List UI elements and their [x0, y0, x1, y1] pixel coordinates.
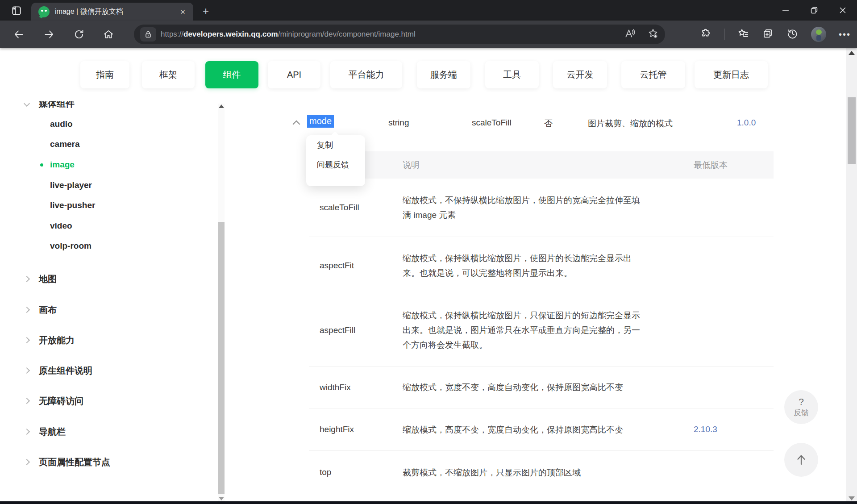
sidebar-item-audio[interactable]: audio: [50, 114, 73, 134]
table-row: top 裁剪模式，不缩放图片，只显示图片的顶部区域: [309, 451, 774, 494]
browser-toolbar: https://developers.weixin.qq.com/minipro…: [0, 21, 857, 48]
sidebar-item-image[interactable]: image: [40, 155, 75, 175]
header-min-version: 最低版本: [694, 159, 728, 171]
nav-tab-guide[interactable]: 指南: [80, 61, 129, 88]
url-path: /miniprogram/dev/component/image.html: [278, 30, 416, 38]
scroll-down-icon[interactable]: [849, 496, 855, 500]
chevron-right-icon: [24, 459, 30, 465]
back-to-top-button[interactable]: [784, 443, 818, 477]
context-menu-feedback[interactable]: 问题反馈: [306, 155, 365, 175]
question-mark-icon: ?: [799, 396, 804, 407]
sidebar-item-live-player[interactable]: live-player: [50, 175, 92, 195]
row-version-link[interactable]: 2.10.3: [694, 425, 717, 434]
row-value: aspectFill: [320, 325, 355, 335]
scroll-up-icon[interactable]: [849, 51, 855, 55]
arrow-up-icon: [795, 453, 808, 467]
address-bar[interactable]: https://developers.weixin.qq.com/minipro…: [134, 25, 665, 44]
row-value: scaleToFill: [320, 203, 359, 212]
collapse-chevron-up-icon[interactable]: [293, 121, 300, 128]
chevron-right-icon: [24, 367, 30, 374]
sidebar-section-label: 媒体组件: [39, 101, 75, 110]
collections-icon[interactable]: [762, 28, 774, 42]
settings-more-icon[interactable]: •••: [839, 29, 851, 40]
scroll-down-icon[interactable]: [219, 497, 224, 500]
sidebar-item-live-pusher[interactable]: live-pusher: [50, 196, 95, 215]
sidebar-section-page-meta[interactable]: 页面属性配置节点: [25, 452, 110, 472]
property-name-selected[interactable]: mode: [307, 115, 334, 128]
row-value: widthFix: [320, 383, 351, 392]
add-favorite-icon[interactable]: [647, 28, 659, 41]
chevron-right-icon: [24, 307, 30, 313]
wechat-favicon-icon: [38, 6, 50, 17]
feedback-button[interactable]: ? 反馈: [784, 390, 818, 424]
nav-tab-server[interactable]: 服务端: [417, 61, 470, 88]
scroll-up-icon[interactable]: [219, 104, 224, 108]
row-desc: 缩放模式，不保持纵横比缩放图片，使图片的宽高完全拉伸至填满 image 元素: [403, 193, 647, 222]
page-scrollbar[interactable]: [846, 48, 857, 504]
new-tab-icon[interactable]: +: [198, 4, 214, 18]
nav-tab-framework[interactable]: 框架: [142, 61, 195, 88]
row-desc: 裁剪模式，不缩放图片，只显示图片的顶部区域: [403, 465, 647, 480]
chevron-right-icon: [24, 398, 30, 404]
tab-close-icon[interactable]: ×: [178, 7, 188, 17]
window-controls: [771, 0, 857, 21]
favorites-bar-icon[interactable]: [737, 28, 749, 42]
sidebar-section-map[interactable]: 地图: [25, 269, 57, 289]
chevron-right-icon: [24, 337, 30, 343]
restore-icon[interactable]: [800, 0, 828, 21]
sidebar-section-navbar[interactable]: 导航栏: [25, 422, 66, 442]
property-desc: 图片裁剪、缩放的模式: [588, 118, 673, 129]
nav-tab-api[interactable]: API: [268, 61, 320, 88]
table-row: aspectFit 缩放模式，保持纵横比缩放图片，使图片的长边能完全显示出来。也…: [309, 237, 774, 294]
home-icon[interactable]: [100, 25, 117, 43]
extensions-icon[interactable]: [700, 28, 712, 42]
back-icon[interactable]: [10, 25, 28, 43]
table-row: heightFix 缩放模式，高度不变，宽度自动变化，保持原图宽高比不变 2.1…: [309, 408, 774, 451]
minimize-icon[interactable]: [771, 0, 800, 21]
row-value: aspectFit: [320, 261, 354, 271]
tab-title: image | 微信开放文档: [55, 7, 174, 17]
nav-tab-changelog[interactable]: 更新日志: [695, 61, 768, 88]
sidebar-section-open-capability[interactable]: 开放能力: [25, 330, 75, 350]
browser-tab[interactable]: image | 微信开放文档 ×: [31, 3, 193, 21]
row-desc: 缩放模式，保持纵横比缩放图片，使图片的长边能完全显示出来。也就是说，可以完整地将…: [403, 251, 647, 280]
sidebar-scroll-thumb[interactable]: [218, 222, 225, 494]
property-required: 否: [544, 118, 553, 129]
nav-tab-tools[interactable]: 工具: [485, 61, 539, 88]
history-icon[interactable]: [786, 28, 799, 42]
forward-icon[interactable]: [40, 25, 58, 43]
refresh-icon[interactable]: [70, 25, 88, 43]
tab-actions-icon[interactable]: [8, 4, 25, 17]
read-aloud-icon[interactable]: [624, 28, 636, 41]
nav-tab-cloud-dev[interactable]: 云开发: [553, 61, 607, 88]
sidebar-item-voip-room[interactable]: voip-room: [50, 236, 92, 256]
nav-tab-cloud-host[interactable]: 云托管: [621, 61, 685, 88]
sidebar-section-native-component[interactable]: 原生组件说明: [25, 361, 92, 380]
table-row: aspectFill 缩放模式，保持纵横比缩放图片，只保证图片的短边能完全显示出…: [309, 294, 774, 367]
nav-tab-component[interactable]: 组件: [205, 61, 258, 88]
browser-window: image | 微信开放文档 × + https://devel: [0, 0, 857, 504]
sidebar-section-media[interactable]: 媒体组件: [25, 101, 75, 113]
lock-icon[interactable]: [140, 27, 156, 42]
property-version-link[interactable]: 1.0.0: [737, 118, 756, 128]
nav-tab-platform[interactable]: 平台能力: [330, 61, 402, 88]
row-desc: 缩放模式，宽度不变，高度自动变化，保持原图宽高比不变: [403, 380, 647, 395]
sidebar-section-accessibility[interactable]: 无障碍访问: [25, 391, 83, 411]
row-value: heightFix: [320, 425, 354, 434]
sidebar-item-video[interactable]: video: [50, 216, 72, 236]
sidebar-item-camera[interactable]: camera: [50, 134, 80, 154]
profile-avatar[interactable]: [811, 27, 826, 42]
url-domain: developers.weixin.qq.com: [183, 30, 278, 38]
context-menu: 复制 问题反馈: [306, 135, 365, 186]
sidebar-section-canvas[interactable]: 画布: [25, 300, 57, 320]
property-default: scaleToFill: [472, 118, 512, 128]
url-text: https://developers.weixin.qq.com/minipro…: [161, 30, 619, 39]
feedback-label: 反馈: [794, 408, 809, 418]
window-close-icon[interactable]: [828, 0, 857, 21]
row-value: top: [320, 467, 331, 477]
sidebar-scrollbar[interactable]: [218, 104, 225, 501]
page-scroll-thumb[interactable]: [848, 97, 856, 164]
screen-bottom-edge: [0, 501, 857, 504]
row-desc: 缩放模式，高度不变，宽度自动变化，保持原图宽高比不变: [403, 422, 647, 437]
doc-nav-header: 指南 框架 组件 API 平台能力 服务端 工具 云开发 云托管 更新日志: [0, 48, 845, 101]
